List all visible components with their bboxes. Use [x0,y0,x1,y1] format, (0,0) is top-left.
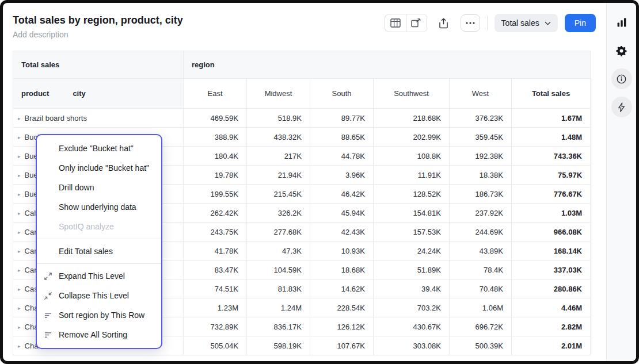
menu-item-show-underlying-data[interactable]: Show underlying data [37,197,161,217]
column-header-total-sales[interactable]: Total sales [512,79,591,109]
menu-item-only-include-bucket-hat[interactable]: Only include "Bucket hat" [37,158,161,178]
value-cell[interactable]: 126.12K [310,317,374,336]
value-cell[interactable]: 244.69K [450,223,512,242]
value-cell[interactable]: 1.23M [184,298,247,317]
menu-item-collapse-this-level[interactable]: Collapse This Level [37,286,161,305]
expand-caret-icon[interactable]: ▸ [18,210,21,216]
menu-item-drill-down[interactable]: Drill down [37,178,161,197]
expand-caret-icon[interactable]: ▸ [18,135,21,140]
value-cell[interactable]: 237.92K [450,204,512,223]
pin-button[interactable]: Pin [565,14,596,32]
value-cell[interactable]: 776.67K [512,185,591,204]
row-dim-product[interactable]: product [21,89,49,98]
value-cell[interactable]: 732.89K [184,317,247,336]
spotiq-bolt-icon[interactable] [611,97,632,117]
value-cell[interactable]: 202.99K [374,128,450,147]
value-cell[interactable]: 108.8K [374,147,450,166]
value-cell[interactable]: 303.08K [374,336,450,355]
expand-caret-icon[interactable]: ▸ [18,248,21,254]
value-cell[interactable]: 337.03K [512,260,591,279]
measure-header-cell[interactable]: Total sales [13,51,184,79]
value-cell[interactable]: 218.68K [374,109,450,128]
menu-item-remove-all-sorting[interactable]: Remove All Sorting [37,325,161,344]
value-cell[interactable]: 47.3K [247,242,310,260]
value-cell[interactable]: 43.89K [450,242,512,260]
value-cell[interactable]: 438.32K [247,128,310,147]
menu-item-edit-total-sales[interactable]: Edit Total sales [37,242,161,261]
expand-caret-icon[interactable]: ▸ [18,305,21,311]
value-cell[interactable]: 78.4K [450,260,512,279]
row-label[interactable]: ▸Brazil board shorts [13,109,184,128]
value-cell[interactable]: 505.04K [184,336,247,355]
menu-item-sort-region-by-this-row[interactable]: Sort region by This Row [37,305,161,325]
value-cell[interactable]: 42.43K [310,223,374,242]
more-options-icon[interactable] [461,14,480,32]
value-cell[interactable]: 2.01M [512,336,591,355]
value-cell[interactable]: 51.89K [374,260,450,279]
value-cell[interactable]: 3.96K [310,166,374,185]
value-cell[interactable]: 46.42K [310,185,374,204]
column-header-southwest[interactable]: Southwest [374,79,450,109]
value-cell[interactable]: 359.45K [450,128,512,147]
value-cell[interactable]: 280.86K [512,279,591,298]
value-cell[interactable]: 1.06M [450,298,512,317]
value-cell[interactable]: 243.75K [184,223,247,242]
value-cell[interactable]: 11.91K [374,166,450,185]
value-cell[interactable]: 4.46M [512,298,591,317]
value-cell[interactable]: 430.67K [374,317,450,336]
value-cell[interactable]: 1.67M [512,109,591,128]
expand-caret-icon[interactable]: ▸ [18,154,21,159]
value-cell[interactable]: 1.03M [512,204,591,223]
menu-item-expand-this-level[interactable]: Expand This Level [37,266,161,286]
value-cell[interactable]: 228.54K [310,298,374,317]
value-cell[interactable]: 217K [247,147,310,166]
value-cell[interactable]: 2.82M [512,317,591,336]
value-cell[interactable]: 703.2K [374,298,450,317]
chart-icon[interactable] [611,12,632,33]
expand-caret-icon[interactable]: ▸ [18,324,21,330]
value-cell[interactable]: 19.78K [184,166,247,185]
add-description-link[interactable]: Add description [13,29,183,40]
value-cell[interactable]: 1.24M [247,298,310,317]
value-cell[interactable]: 1.48M [512,128,591,147]
value-cell[interactable]: 500.39K [450,336,512,355]
value-cell[interactable]: 215.45K [247,185,310,204]
column-header-east[interactable]: East [184,79,247,109]
value-cell[interactable]: 41.78K [184,242,247,260]
value-cell[interactable]: 598.19K [247,336,310,355]
value-cell[interactable]: 186.73K [450,185,512,204]
dataset-selector[interactable]: Total sales [495,14,558,32]
value-cell[interactable]: 24.24K [374,242,450,260]
expand-caret-icon[interactable]: ▸ [18,229,21,235]
value-cell[interactable]: 168.14K [512,242,591,260]
value-cell[interactable]: 192.38K [450,147,512,166]
value-cell[interactable]: 154.81K [374,204,450,223]
value-cell[interactable]: 18.68K [310,260,374,279]
expand-caret-icon[interactable]: ▸ [18,191,21,197]
column-group-header[interactable]: region [184,51,591,79]
value-cell[interactable]: 83.47K [184,260,247,279]
expand-caret-icon[interactable]: ▸ [18,173,21,178]
value-cell[interactable]: 39.4K [374,279,450,298]
value-cell[interactable]: 18.38K [450,166,512,185]
value-cell[interactable]: 966.08K [512,223,591,242]
value-cell[interactable]: 89.77K [310,109,374,128]
value-cell[interactable]: 199.55K [184,185,247,204]
value-cell[interactable]: 107.67K [310,336,374,355]
expand-caret-icon[interactable]: ▸ [18,116,21,121]
expand-caret-icon[interactable]: ▸ [18,343,21,349]
column-header-midwest[interactable]: Midwest [247,79,310,109]
value-cell[interactable]: 518.9K [247,109,310,128]
value-cell[interactable]: 81.83K [247,279,310,298]
value-cell[interactable]: 277.68K [247,223,310,242]
value-cell[interactable]: 836.17K [247,317,310,336]
value-cell[interactable]: 45.94K [310,204,374,223]
value-cell[interactable]: 157.53K [374,223,450,242]
row-dim-city[interactable]: city [73,89,85,98]
share-icon[interactable] [434,14,454,32]
value-cell[interactable]: 743.36K [512,147,591,166]
value-cell[interactable]: 128.52K [374,185,450,204]
value-cell[interactable]: 388.9K [184,128,247,147]
value-cell[interactable]: 75.97K [512,166,591,185]
value-cell[interactable]: 10.93K [310,242,374,260]
